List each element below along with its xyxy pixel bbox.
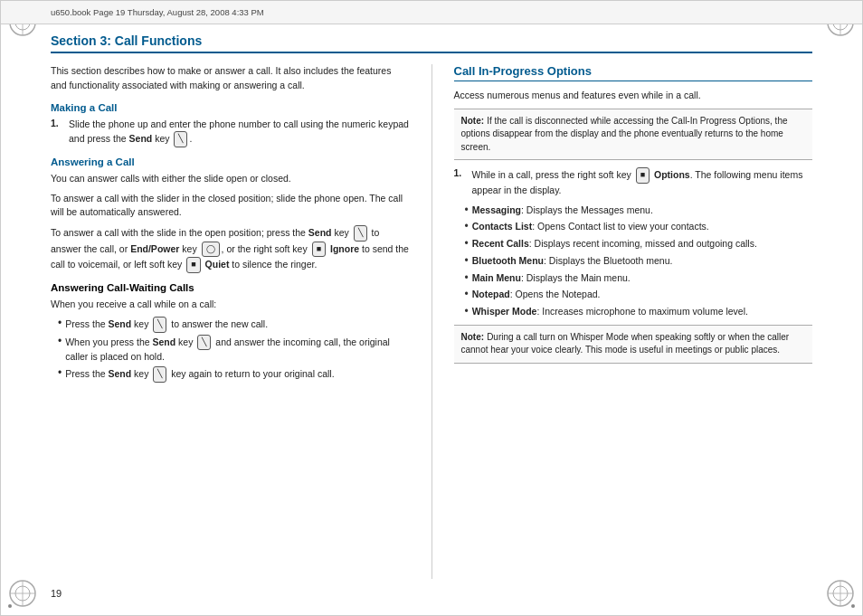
header-bar: u650.book Page 19 Thursday, August 28, 2… — [1, 1, 862, 24]
call-waiting-heading: Answering Call-Waiting Calls — [51, 282, 410, 293]
intro-text: This section describes how to make or an… — [51, 64, 410, 93]
menu-item-main-text: Main Menu: Displays the Main menu. — [472, 271, 631, 286]
send-key-icon-2: ╲ — [354, 225, 367, 242]
note1-label: Note: — [461, 116, 485, 126]
header-text: u650.book Page 19 Thursday, August 28, 2… — [51, 7, 264, 17]
page-number: 19 — [51, 588, 62, 599]
send-key-b2: ╲ — [197, 335, 211, 351]
menu-item-main-menu: • Main Menu: Displays the Main menu. — [465, 271, 813, 286]
bullet-text-3: Press the Send key ╲ key again to return… — [65, 366, 334, 383]
bullet-text-1: Press the Send key ╲ to answer the new c… — [65, 317, 268, 333]
note2-label: Note: — [461, 332, 485, 342]
bullet-main: • — [465, 271, 469, 286]
call-waiting-bullets: • Press the Send key ╲ to answer the new… — [58, 317, 410, 382]
bullet-whisper: • — [465, 305, 469, 319]
corner-br — [824, 577, 857, 610]
content-area: Section 3: Call Functions This section d… — [51, 33, 812, 579]
right-soft-options-icon: ■ — [636, 167, 650, 184]
menu-item-whisper: • Whisper Mode: Increases microphone to … — [465, 305, 813, 319]
answering-para1: You can answer calls with either the sli… — [51, 172, 410, 186]
answering-para3: To answer a call with the slide in the o… — [51, 225, 410, 273]
bullet-messaging: • — [465, 204, 469, 218]
send-key-icon: ╲ — [174, 131, 187, 147]
menu-item-contacts-text: Contacts List: Opens Contact list to vie… — [472, 220, 709, 234]
note2-text: During a call turn on Whisper Mode when … — [461, 332, 790, 355]
send-key-b3: ╲ — [153, 366, 166, 383]
bullet-recent: • — [465, 237, 469, 251]
menu-item-bluetooth: • Bluetooth Menu: Displays the Bluetooth… — [465, 254, 813, 269]
bullet-dot-2: • — [58, 335, 62, 349]
note-box-1: Note: If the call is disconnected while … — [454, 109, 813, 161]
bullet-item-2: • When you press the Send key ╲ and answ… — [58, 335, 410, 365]
note1-text: If the call is disconnected while access… — [461, 116, 788, 152]
menu-item-whisper-text: Whisper Mode: Increases microphone to ma… — [472, 305, 748, 319]
column-divider — [432, 64, 432, 579]
bullet-notepad: • — [465, 288, 469, 302]
menu-item-recent-text: Recent Calls: Displays recent incoming, … — [472, 237, 757, 251]
menu-item-notepad-text: Notepad: Opens the Notepad. — [472, 288, 601, 302]
call-in-progress-heading: Call In-Progress Options — [454, 64, 813, 81]
section-title: Section 3: Call Functions — [51, 33, 812, 53]
bullet-item-3: • Press the Send key ╲ key again to retu… — [58, 366, 410, 383]
menu-item-notepad: • Notepad: Opens the Notepad. — [465, 288, 813, 302]
bullet-item-1: • Press the Send key ╲ to answer the new… — [58, 317, 410, 333]
left-column: This section describes how to make or an… — [51, 64, 410, 579]
right-column: Call In-Progress Options Access numerous… — [454, 64, 813, 579]
bullet-dot-1: • — [58, 317, 62, 331]
step-1-right-num: 1. — [454, 167, 467, 197]
menu-item-messaging: • Messaging: Displays the Messages menu. — [465, 204, 813, 218]
corner-bl — [6, 577, 39, 610]
answering-para2: To answer a call with the slider in the … — [51, 192, 410, 221]
send-key-b1: ╲ — [153, 317, 166, 333]
menu-item-bluetooth-text: Bluetooth Menu: Displays the Bluetooth m… — [472, 254, 673, 269]
step-1-right-text: While in a call, press the right soft ke… — [472, 167, 813, 197]
making-a-call-heading: Making a Call — [51, 102, 410, 113]
bullet-bluetooth: • — [465, 254, 469, 269]
menu-item-contacts: • Contacts List: Opens Contact list to v… — [465, 220, 813, 234]
menu-item-messaging-text: Messaging: Displays the Messages menu. — [472, 204, 653, 218]
end-power-key-icon: ◯ — [202, 242, 220, 258]
bullet-contacts: • — [465, 220, 469, 234]
svg-point-14 — [8, 604, 12, 608]
call-in-progress-intro: Access numerous menus and features even … — [454, 89, 813, 103]
bullet-dot-3: • — [58, 366, 62, 381]
step-1-making: 1. Slide the phone up and enter the phon… — [51, 118, 410, 147]
right-soft-key-icon: ■ — [312, 242, 326, 258]
step-1-text: Slide the phone up and enter the phone n… — [69, 118, 410, 147]
two-col-layout: This section describes how to make or an… — [51, 64, 812, 579]
call-waiting-intro: When you receive a call while on a call: — [51, 298, 410, 312]
bullet-text-2: When you press the Send key ╲ and answer… — [65, 335, 409, 365]
note-box-2: Note: During a call turn on Whisper Mode… — [454, 325, 813, 364]
menu-items-list: • Messaging: Displays the Messages menu.… — [461, 204, 813, 319]
page-container: u650.book Page 19 Thursday, August 28, 2… — [0, 0, 863, 616]
menu-item-recent-calls: • Recent Calls: Displays recent incoming… — [465, 237, 813, 251]
step-1-right: 1. While in a call, press the right soft… — [454, 167, 813, 197]
left-soft-key-icon: ■ — [186, 257, 200, 273]
answering-a-call-heading: Answering a Call — [51, 156, 410, 167]
step-1-num: 1. — [51, 118, 63, 147]
svg-point-19 — [851, 604, 855, 608]
